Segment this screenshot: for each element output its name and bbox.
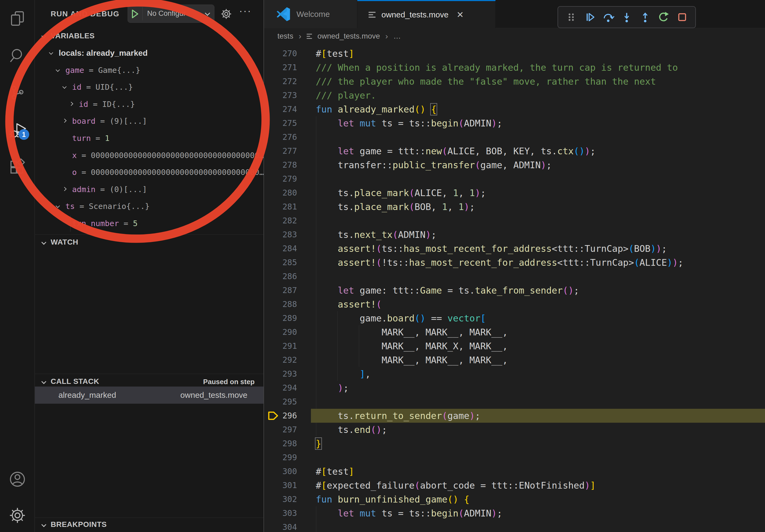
line-number[interactable]: 299 <box>264 450 297 464</box>
breakpoints-section-header[interactable]: BREAKPOINTS <box>51 520 107 529</box>
code-line[interactable]: 303 let mut ts = ts::begin(ADMIN); <box>264 506 765 520</box>
line-number[interactable]: 293 <box>264 367 297 381</box>
variables-section-header[interactable]: VARIABLES <box>51 32 95 40</box>
code-line[interactable]: 284 assert!(ts::has_most_recent_for_addr… <box>264 242 765 256</box>
code-line[interactable]: 301#[expected_failure(abort_code = ttt::… <box>264 478 765 492</box>
restart-button[interactable] <box>657 11 670 23</box>
code-line[interactable]: 304 <box>264 520 765 532</box>
line-number[interactable]: 289 <box>264 311 297 325</box>
line-number[interactable]: 302 <box>264 492 297 506</box>
line-number[interactable]: 304 <box>264 520 297 532</box>
code-line[interactable]: 288 assert!( <box>264 297 765 311</box>
variable-row[interactable]: id = UID{...} <box>35 79 264 96</box>
variable-row[interactable]: admin = (0)[...] <box>35 181 264 198</box>
line-number[interactable]: 279 <box>264 172 297 186</box>
current-debug-line[interactable]: 296 ts.return_to_sender(game); <box>264 409 765 423</box>
run-and-debug-icon[interactable]: 1 <box>9 122 26 139</box>
variable-row[interactable]: ts = Scenario{...} <box>35 198 264 215</box>
continue-button[interactable] <box>583 11 596 23</box>
line-number[interactable]: 284 <box>264 242 297 256</box>
code-line[interactable]: 274fun already_marked() { <box>264 102 765 116</box>
code-line[interactable]: 273/// player. <box>264 89 765 102</box>
code-line[interactable]: 299 <box>264 450 765 464</box>
code-line[interactable]: 300#[test] <box>264 464 765 478</box>
code-line[interactable]: 287 let game: ttt::Game = ts.take_from_s… <box>264 283 765 297</box>
variable-row[interactable]: id = ID{...} <box>35 96 264 113</box>
line-number[interactable]: 290 <box>264 325 297 339</box>
code-line[interactable]: 271/// When a position is already marked… <box>264 61 765 75</box>
line-number[interactable]: 271 <box>264 61 297 75</box>
line-number[interactable]: 295 <box>264 395 297 409</box>
line-number[interactable]: 273 <box>264 89 297 102</box>
line-number[interactable]: 274 <box>264 102 297 116</box>
line-number[interactable]: 297 <box>264 423 297 437</box>
line-number[interactable]: 280 <box>264 186 297 200</box>
line-number[interactable]: 300 <box>264 464 297 478</box>
call-stack-frame-row[interactable]: already_marked owned_tests.move <box>35 387 264 404</box>
step-into-button[interactable] <box>620 11 633 23</box>
line-number[interactable]: 283 <box>264 228 297 242</box>
line-number[interactable]: 285 <box>264 256 297 269</box>
call-stack-section-header[interactable]: CALL STACK <box>51 377 99 386</box>
line-number[interactable]: 294 <box>264 381 297 395</box>
code-line[interactable]: 282 <box>264 214 765 228</box>
drag-handle-icon[interactable] <box>565 11 577 23</box>
source-control-icon[interactable] <box>9 84 26 101</box>
line-number[interactable]: 270 <box>264 47 297 61</box>
line-number[interactable]: 303 <box>264 506 297 520</box>
code-line[interactable]: 290 MARK__, MARK__, MARK__, <box>264 325 765 339</box>
debug-config-dropdown[interactable]: No Configur <box>128 5 215 23</box>
variable-row[interactable]: board = (9)[...] <box>35 113 264 130</box>
line-number[interactable]: 286 <box>264 269 297 283</box>
line-number[interactable]: 301 <box>264 478 297 492</box>
sidebar-resize-sash[interactable] <box>264 0 264 532</box>
chevron-down-icon[interactable] <box>41 240 46 245</box>
debug-settings-gear-icon[interactable] <box>221 8 232 21</box>
line-number[interactable]: 292 <box>264 353 297 367</box>
variable-row[interactable]: o = 000000000000000000000000000000000000… <box>35 164 264 181</box>
code-line[interactable]: 289 game.board() == vector[ <box>264 311 765 325</box>
code-line[interactable]: 276 <box>264 130 765 144</box>
settings-gear-icon[interactable] <box>9 507 26 524</box>
line-number[interactable]: 291 <box>264 339 297 353</box>
line-number[interactable]: 276 <box>264 130 297 144</box>
code-line[interactable]: 292 MARK__, MARK__, MARK__, <box>264 353 765 367</box>
code-line[interactable]: 272/// the player who made the "false" m… <box>264 75 765 89</box>
variable-row[interactable]: turn = 1 <box>35 130 264 147</box>
code-line[interactable]: 278 transfer::public_transfer(game, ADMI… <box>264 158 765 172</box>
code-editor[interactable]: 270#[test]271/// When a position is alre… <box>264 0 765 532</box>
code-line[interactable]: 277 let game = ttt::new(ALICE, BOB, KEY,… <box>264 144 765 158</box>
code-line[interactable]: 281 ts.place_mark(BOB, 1, 1); <box>264 200 765 214</box>
code-line[interactable]: 285 assert!(!ts::has_most_recent_for_add… <box>264 256 765 269</box>
line-number[interactable]: 277 <box>264 144 297 158</box>
stop-button[interactable] <box>676 11 688 23</box>
line-number[interactable]: 298 <box>264 437 297 450</box>
line-number[interactable]: 278 <box>264 158 297 172</box>
line-number[interactable]: 281 <box>264 200 297 214</box>
chevron-down-icon[interactable] <box>41 522 46 527</box>
variables-scope-row[interactable]: locals: already_marked <box>35 45 264 62</box>
code-line[interactable]: 286 <box>264 269 765 283</box>
code-line[interactable]: 275 let mut ts = ts::begin(ADMIN); <box>264 116 765 130</box>
watch-section-header[interactable]: WATCH <box>51 238 78 246</box>
variable-row[interactable]: txn_number = 5 <box>35 215 264 232</box>
more-actions-icon[interactable]: ··· <box>239 5 252 17</box>
step-over-button[interactable] <box>602 11 614 23</box>
code-line[interactable]: 283 ts.next_tx(ADMIN); <box>264 228 765 242</box>
explorer-icon[interactable] <box>9 10 26 27</box>
line-number[interactable]: 287 <box>264 283 297 297</box>
variable-row[interactable]: x = 000000000000000000000000000000000000… <box>35 147 264 164</box>
code-line[interactable]: 270#[test] <box>264 47 765 61</box>
code-line[interactable]: 291 MARK__, MARK_X, MARK__, <box>264 339 765 353</box>
code-line[interactable]: 293 ], <box>264 367 765 381</box>
line-number[interactable]: 275 <box>264 116 297 130</box>
code-line[interactable]: 297 ts.end(); <box>264 423 765 437</box>
extensions-icon[interactable] <box>9 158 26 176</box>
variable-row[interactable]: game = Game{...} <box>35 62 264 79</box>
code-line[interactable]: 294 ); <box>264 381 765 395</box>
code-line[interactable]: 298} <box>264 437 765 450</box>
code-line[interactable]: 280 ts.place_mark(ALICE, 1, 1); <box>264 186 765 200</box>
line-number[interactable]: 288 <box>264 297 297 311</box>
search-icon[interactable] <box>9 47 26 65</box>
step-out-button[interactable] <box>639 11 651 23</box>
